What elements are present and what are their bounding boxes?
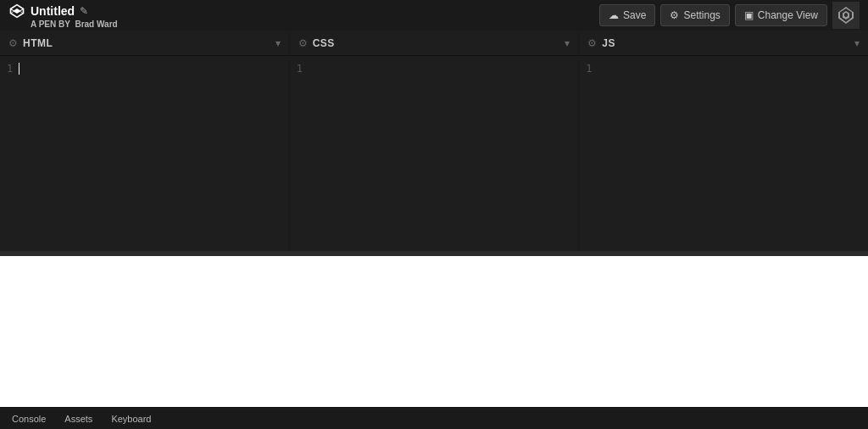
keyboard-tab[interactable]: Keyboard [103, 411, 159, 426]
author-prefix: A PEN BY [31, 20, 70, 29]
html-editor-header-left: ⚙ HTML [8, 37, 53, 49]
preview-area [0, 256, 868, 407]
save-cloud-icon: ☁ [609, 9, 619, 21]
codepen-logo-icon [8, 3, 25, 20]
js-editor-header: ⚙ JS ▾ [579, 31, 868, 56]
editors-area: ⚙ HTML ▾ 1 ⚙ CSS ▾ 1 ⚙ JS ▾ [0, 31, 868, 251]
js-editor-body[interactable]: 1 [579, 56, 868, 251]
settings-gear-icon: ⚙ [670, 9, 679, 21]
css-chevron-icon[interactable]: ▾ [565, 37, 570, 49]
html-cursor [19, 63, 19, 75]
pen-title: Untitled [31, 4, 75, 18]
html-editor-body[interactable]: 1 [0, 56, 289, 251]
html-editor-header: ⚙ HTML ▾ [0, 31, 289, 56]
css-lang-label: CSS [313, 37, 335, 49]
settings-label: Settings [683, 9, 720, 21]
js-chevron-icon[interactable]: ▾ [854, 37, 860, 49]
assets-tab[interactable]: Assets [56, 411, 101, 426]
change-view-label: Change View [758, 9, 818, 21]
change-view-button[interactable]: ▣ Change View [735, 4, 827, 26]
js-lang-label: JS [602, 37, 615, 49]
edit-icon[interactable]: ✎ [80, 5, 88, 17]
css-editor-header-left: ⚙ CSS [298, 37, 335, 49]
header-title-row: Untitled ✎ [8, 3, 599, 20]
html-editor-panel: ⚙ HTML ▾ 1 [0, 31, 290, 251]
save-button[interactable]: ☁ Save [599, 4, 655, 26]
header-right: ☁ Save ⚙ Settings ▣ Change View [599, 2, 860, 29]
author-name: Brad Ward [75, 20, 117, 29]
html-line-1: 1 [7, 63, 13, 75]
html-gear-icon[interactable]: ⚙ [8, 37, 18, 49]
avatar-icon [836, 5, 856, 25]
js-gear-icon[interactable]: ⚙ [587, 37, 597, 49]
settings-button[interactable]: ⚙ Settings [660, 4, 729, 26]
header: Untitled ✎ A PEN BY Brad Ward ☁ Save ⚙ S… [0, 0, 868, 31]
bottom-bar: Console Assets Keyboard [0, 407, 868, 429]
console-tab[interactable]: Console [3, 411, 54, 426]
header-left: Untitled ✎ A PEN BY Brad Ward [8, 3, 599, 29]
css-editor-panel: ⚙ CSS ▾ 1 [290, 31, 580, 251]
css-gear-icon[interactable]: ⚙ [298, 37, 308, 49]
save-label: Save [623, 9, 646, 21]
css-editor-body[interactable]: 1 [290, 56, 579, 251]
pen-author: A PEN BY Brad Ward [8, 20, 599, 29]
html-lang-label: HTML [23, 37, 53, 49]
user-avatar-button[interactable] [832, 2, 860, 29]
js-editor-panel: ⚙ JS ▾ 1 [579, 31, 868, 251]
change-view-icon: ▣ [744, 9, 754, 21]
css-line-1: 1 [297, 63, 303, 75]
js-line-1: 1 [586, 63, 592, 75]
js-editor-header-left: ⚙ JS [587, 37, 615, 49]
html-chevron-icon[interactable]: ▾ [275, 37, 281, 49]
css-editor-header: ⚙ CSS ▾ [290, 31, 579, 56]
